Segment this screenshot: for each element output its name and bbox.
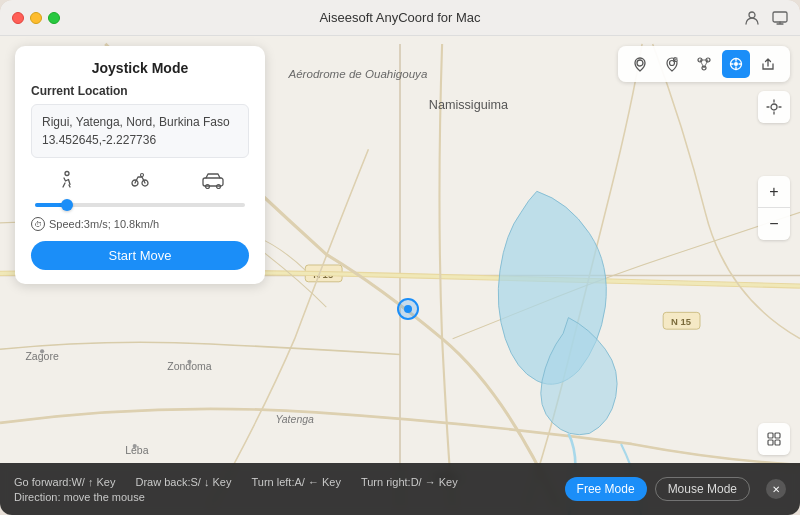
- app-window: Aiseesoft AnyCoord for Mac: [0, 0, 800, 515]
- mode-buttons: Free Mode Mouse Mode: [565, 477, 750, 501]
- svg-rect-35: [768, 440, 773, 445]
- svg-text:Yatenga: Yatenga: [276, 413, 315, 425]
- walk-mode-btn[interactable]: [31, 170, 104, 195]
- keyboard-hints: Go forward:W/ ↑ Key Draw back:S/ ↓ Key T…: [14, 476, 565, 503]
- svg-rect-34: [775, 433, 780, 438]
- screen-icon[interactable]: [772, 10, 788, 26]
- hint-direction: Direction: move the mouse: [14, 491, 145, 503]
- free-mode-label: Free Mode: [577, 482, 635, 496]
- start-move-button[interactable]: Start Move: [31, 241, 249, 270]
- locate-me-btn[interactable]: [758, 91, 790, 123]
- multi-stop-toolbar-btn[interactable]: [690, 50, 718, 78]
- location-line1: Rigui, Yatenga, Nord, Burkina Faso: [42, 113, 238, 131]
- current-location-label: Current Location: [31, 84, 249, 98]
- location-display: Rigui, Yatenga, Nord, Burkina Faso 13.45…: [31, 104, 249, 158]
- svg-rect-1: [773, 12, 787, 22]
- minimize-button[interactable]: [30, 12, 42, 24]
- speed-display: ⏱ Speed:3m/s; 10.8km/h: [31, 217, 249, 231]
- slider-track: [35, 203, 245, 207]
- svg-point-19: [637, 60, 643, 66]
- panel-title: Joystick Mode: [31, 60, 249, 76]
- free-mode-button[interactable]: Free Mode: [565, 477, 647, 501]
- map-side-buttons: [758, 91, 790, 123]
- svg-point-37: [65, 172, 69, 176]
- speed-value: Speed:3m/s; 10.8km/h: [49, 218, 159, 230]
- bottom-bar: Go forward:W/ ↑ Key Draw back:S/ ↓ Key T…: [0, 463, 800, 515]
- location-marker: [397, 298, 419, 320]
- hint-back: Draw back:S/ ↓ Key: [135, 476, 231, 488]
- svg-rect-33: [768, 433, 773, 438]
- close-button[interactable]: [12, 12, 24, 24]
- zoom-out-button[interactable]: −: [758, 208, 790, 240]
- export-toolbar-btn[interactable]: [754, 50, 782, 78]
- bottom-bar-close-button[interactable]: ✕: [766, 479, 786, 499]
- svg-text:N 15: N 15: [671, 316, 691, 327]
- location-line2: 13.452645,-2.227736: [42, 131, 238, 149]
- svg-point-0: [749, 12, 755, 18]
- zoom-controls: + −: [758, 176, 790, 240]
- settings-pin-toolbar-btn[interactable]: ⚙: [658, 50, 686, 78]
- svg-text:Léba: Léba: [125, 444, 149, 456]
- main-content: N 15 N 15: [0, 36, 800, 515]
- svg-point-32: [771, 104, 777, 110]
- svg-point-15: [40, 349, 44, 353]
- svg-point-40: [141, 174, 144, 177]
- transport-mode-row: [31, 170, 249, 195]
- joystick-panel: Joystick Mode Current Location Rigui, Ya…: [15, 46, 265, 284]
- hint-row-1: Go forward:W/ ↑ Key Draw back:S/ ↓ Key T…: [14, 476, 565, 488]
- titlebar-icons: [744, 10, 788, 26]
- location-pin-toolbar-btn[interactable]: [626, 50, 654, 78]
- bike-mode-btn[interactable]: [104, 170, 177, 195]
- joystick-toolbar-btn[interactable]: [722, 50, 750, 78]
- svg-point-17: [133, 444, 137, 448]
- svg-rect-36: [775, 440, 780, 445]
- map-extra-btn[interactable]: [758, 423, 790, 455]
- zoom-in-button[interactable]: +: [758, 176, 790, 208]
- hint-right: Turn right:D/ → Key: [361, 476, 458, 488]
- mouse-mode-button[interactable]: Mouse Mode: [655, 477, 750, 501]
- svg-point-27: [734, 62, 738, 66]
- svg-text:Aérodrome de Ouahigouya: Aérodrome de Ouahigouya: [287, 68, 427, 80]
- svg-text:Namissiguima: Namissiguima: [429, 98, 509, 112]
- mouse-mode-label: Mouse Mode: [668, 482, 737, 496]
- window-title: Aiseesoft AnyCoord for Mac: [319, 10, 480, 25]
- hint-forward: Go forward:W/ ↑ Key: [14, 476, 115, 488]
- person-icon[interactable]: [744, 10, 760, 26]
- hint-left: Turn left:A/ ← Key: [251, 476, 340, 488]
- titlebar: Aiseesoft AnyCoord for Mac: [0, 0, 800, 36]
- maximize-button[interactable]: [48, 12, 60, 24]
- slider-thumb[interactable]: [61, 199, 73, 211]
- traffic-lights: [12, 12, 60, 24]
- speed-icon: ⏱: [31, 217, 45, 231]
- hint-row-2: Direction: move the mouse: [14, 491, 565, 503]
- svg-point-16: [187, 360, 191, 364]
- map-toolbar: ⚙: [618, 46, 790, 82]
- car-mode-btn[interactable]: [176, 171, 249, 194]
- speed-slider-container: [31, 203, 249, 207]
